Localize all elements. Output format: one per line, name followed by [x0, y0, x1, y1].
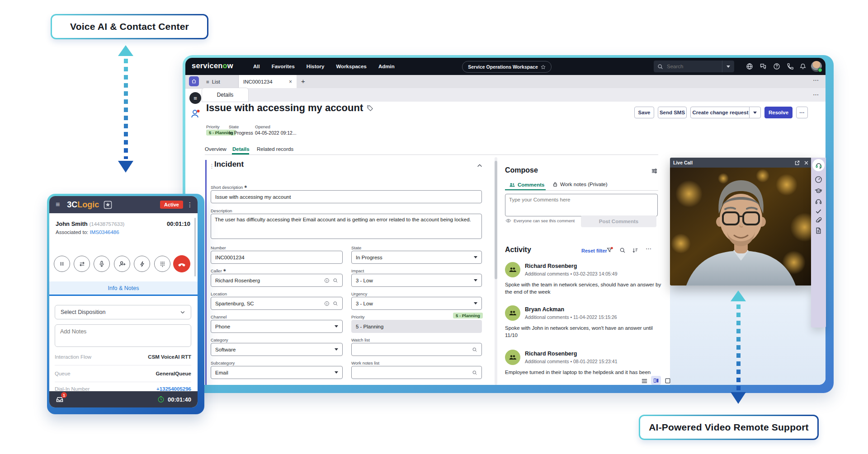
search-input[interactable] [666, 63, 722, 70]
star-icon[interactable] [541, 65, 546, 70]
live-call-header[interactable]: Live Call [670, 158, 812, 168]
short-description-field[interactable] [211, 190, 482, 203]
tab-related-records[interactable]: Related records [257, 146, 293, 152]
associated-record-link[interactable]: IMS0346486 [90, 229, 119, 235]
agent-phone-icon[interactable] [190, 108, 201, 119]
info-notes-tab[interactable]: Info & Notes [49, 281, 198, 295]
globe-icon[interactable] [746, 63, 753, 70]
urgency-value[interactable] [356, 301, 471, 306]
comment-textarea[interactable] [505, 194, 658, 216]
tabstrip-overflow[interactable]: ⋯ [813, 77, 819, 84]
channel-select[interactable] [211, 320, 343, 333]
list-view-icon[interactable] [641, 378, 648, 384]
home-button[interactable] [189, 76, 199, 86]
number-input[interactable] [215, 255, 338, 260]
check-icon[interactable] [815, 207, 822, 215]
split-view-icon[interactable] [651, 376, 661, 385]
hold-button[interactable] [54, 256, 70, 272]
subcategory-select[interactable] [211, 366, 343, 379]
dialpad-button[interactable] [154, 256, 170, 272]
global-search[interactable] [654, 61, 734, 72]
info-icon[interactable] [324, 278, 330, 283]
tab-details[interactable]: Details [232, 146, 250, 152]
post-comments-button[interactable]: Post Comments [581, 215, 656, 227]
compose-tab-comments[interactable]: Comments [509, 182, 544, 188]
number-field[interactable] [211, 251, 343, 264]
collapse-chevron-icon[interactable] [476, 163, 483, 169]
tag-icon[interactable] [367, 105, 373, 112]
user-avatar[interactable] [811, 61, 822, 72]
description-textarea[interactable]: The user has difficulty accessing their … [211, 214, 482, 239]
caller-field[interactable] [211, 274, 343, 287]
add-participant-button[interactable] [114, 256, 130, 272]
watch-list-input[interactable] [356, 347, 472, 352]
document-icon[interactable] [815, 227, 822, 234]
star-box-icon[interactable] [104, 201, 112, 209]
softphone-scrollbar[interactable] [194, 218, 196, 276]
activity-search-icon[interactable] [619, 247, 626, 253]
help-icon[interactable] [773, 63, 780, 70]
tab-close-icon[interactable]: × [289, 79, 292, 85]
list-search-icon[interactable] [472, 370, 477, 375]
record-more-button[interactable]: ⋯ [796, 107, 808, 118]
nav-history[interactable]: History [307, 64, 325, 69]
compose-tab-work-notes[interactable]: Work notes (Private) [552, 182, 608, 187]
work-notes-list-input[interactable] [356, 370, 472, 375]
tab-list[interactable]: ≡List [202, 75, 239, 88]
create-change-request-button[interactable]: Create change request [690, 107, 750, 118]
location-field[interactable] [211, 297, 343, 310]
reset-filter-link[interactable]: Reset filter [581, 248, 607, 253]
voicemail-tray[interactable]: 1 [56, 395, 64, 403]
state-value[interactable] [356, 255, 471, 260]
info-icon[interactable] [324, 301, 330, 306]
popout-icon[interactable] [794, 160, 800, 166]
disposition-select[interactable]: Select Disposition [55, 305, 191, 319]
reference-search-icon[interactable] [333, 301, 338, 306]
mute-button[interactable] [94, 256, 110, 272]
bell-icon[interactable] [799, 63, 807, 70]
category-value[interactable] [215, 347, 332, 352]
activity-more-icon[interactable]: ⋯ [646, 245, 651, 252]
work-notes-list-field[interactable] [351, 366, 482, 379]
phone-icon[interactable] [787, 63, 794, 70]
sidebar-menu-icon[interactable]: ≡ [189, 92, 201, 104]
subtab-details[interactable]: Details [202, 88, 248, 102]
short-description-input[interactable] [215, 194, 477, 200]
subcategory-value[interactable] [215, 370, 332, 375]
resolve-button[interactable]: Resolve [764, 107, 793, 118]
gauge-icon[interactable] [815, 176, 822, 183]
chat-icon[interactable] [760, 63, 767, 70]
close-icon[interactable] [804, 160, 809, 165]
softphone-kebab-icon[interactable]: ⋮ [187, 201, 193, 208]
nav-admin[interactable]: Admin [378, 64, 395, 69]
nav-favorites[interactable]: Favorites [272, 64, 295, 69]
reference-search-icon[interactable] [333, 278, 338, 283]
hangup-button[interactable] [173, 255, 190, 272]
nav-workspaces[interactable]: Workspaces [336, 64, 367, 69]
subtab-overflow[interactable]: ⋯ [813, 91, 819, 98]
nav-all[interactable]: All [253, 64, 260, 69]
state-select[interactable] [351, 251, 482, 264]
watch-list-field[interactable] [351, 343, 482, 356]
location-input[interactable] [215, 301, 324, 306]
send-sms-button[interactable]: Send SMS [658, 107, 687, 118]
tab-record-active[interactable]: INC0001234 × [239, 75, 297, 88]
softphone-menu-icon[interactable]: ≡ [56, 201, 60, 209]
search-scope-dropdown[interactable] [722, 61, 734, 72]
fullscreen-icon[interactable] [665, 378, 671, 384]
filter-icon[interactable] [606, 247, 613, 254]
workspace-pill[interactable]: Service Operations Workspace [462, 61, 552, 73]
headset-active-button[interactable] [812, 159, 825, 171]
compose-settings-icon[interactable] [651, 168, 658, 174]
actions-button[interactable] [134, 256, 150, 272]
caller-input[interactable] [215, 278, 324, 283]
tab-overview[interactable]: Overview [205, 146, 226, 152]
impact-value[interactable] [356, 278, 471, 283]
category-select[interactable] [211, 343, 343, 356]
transfer-button[interactable] [74, 256, 90, 272]
create-change-dropdown[interactable] [749, 107, 761, 118]
sort-icon[interactable] [632, 247, 638, 253]
paperclip-icon[interactable] [815, 217, 822, 225]
notes-textarea[interactable] [55, 324, 191, 347]
urgency-select[interactable] [351, 297, 482, 310]
